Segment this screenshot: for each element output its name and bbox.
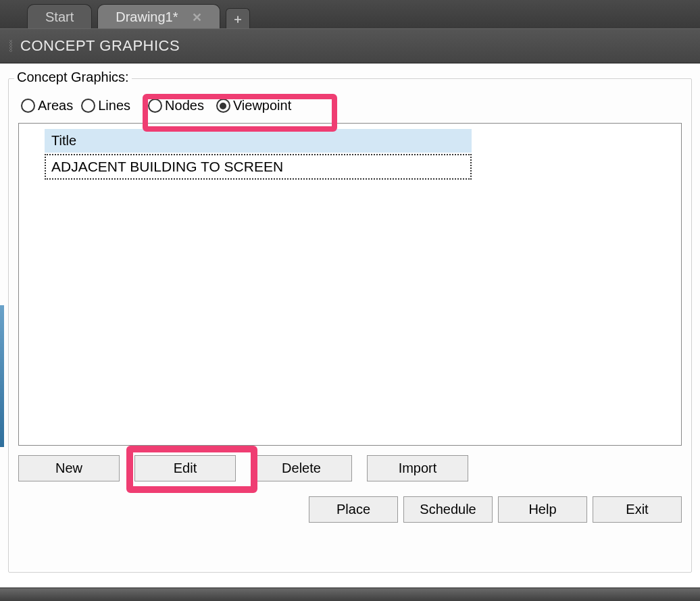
group-title: Concept Graphics: bbox=[14, 70, 132, 85]
radio-lines-label: Lines bbox=[98, 98, 130, 113]
window-title: CONCEPT GRAPHICS bbox=[0, 28, 700, 63]
radio-icon bbox=[216, 99, 230, 113]
exit-button[interactable]: Exit bbox=[593, 496, 682, 523]
place-button[interactable]: Place bbox=[309, 496, 398, 523]
radio-icon bbox=[148, 99, 162, 113]
list-header[interactable]: Title bbox=[45, 129, 472, 153]
plus-icon: ＋ bbox=[232, 11, 244, 27]
tab-start[interactable]: Start bbox=[27, 4, 92, 28]
dialog-buttons-row: Place Schedule Help Exit bbox=[18, 496, 682, 523]
radio-areas[interactable]: Areas bbox=[18, 97, 76, 115]
tab-drawing[interactable]: Drawing1* ✕ bbox=[97, 4, 220, 28]
side-sliver bbox=[0, 305, 4, 447]
radio-icon bbox=[81, 99, 95, 113]
list-box[interactable]: Title ADJACENT BUILDING TO SCREEN bbox=[18, 123, 682, 446]
status-bar-border bbox=[0, 587, 700, 601]
window-title-text: CONCEPT GRAPHICS bbox=[20, 37, 180, 54]
import-button[interactable]: Import bbox=[367, 455, 468, 481]
radio-nodes-label: Nodes bbox=[165, 98, 204, 113]
list-item[interactable]: ADJACENT BUILDING TO SCREEN bbox=[45, 154, 472, 180]
radio-viewpoint-label: Viewpoint bbox=[233, 98, 291, 113]
radio-icon bbox=[21, 99, 35, 113]
radio-nodes[interactable]: Nodes bbox=[145, 97, 207, 115]
schedule-button[interactable]: Schedule bbox=[403, 496, 493, 523]
radio-group: Areas Lines Nodes Viewpoint bbox=[18, 97, 682, 115]
close-icon[interactable]: ✕ bbox=[192, 10, 202, 25]
radio-areas-label: Areas bbox=[38, 98, 73, 113]
panel: Concept Graphics: Areas Lines Nodes View… bbox=[0, 63, 700, 570]
tab-drawing-label: Drawing1* bbox=[116, 9, 178, 25]
delete-button[interactable]: Delete bbox=[251, 455, 352, 481]
help-button[interactable]: Help bbox=[498, 496, 587, 523]
tab-bar: Start Drawing1* ✕ ＋ bbox=[0, 0, 700, 28]
edit-button[interactable]: Edit bbox=[134, 455, 236, 481]
new-button[interactable]: New bbox=[18, 455, 120, 481]
radio-lines[interactable]: Lines bbox=[78, 97, 133, 115]
tab-add-button[interactable]: ＋ bbox=[226, 8, 250, 28]
tab-start-label: Start bbox=[45, 9, 74, 25]
concept-graphics-group: Concept Graphics: Areas Lines Nodes View… bbox=[8, 78, 692, 573]
action-buttons-row: New Edit Delete Import bbox=[18, 455, 682, 481]
radio-viewpoint[interactable]: Viewpoint bbox=[214, 97, 294, 115]
